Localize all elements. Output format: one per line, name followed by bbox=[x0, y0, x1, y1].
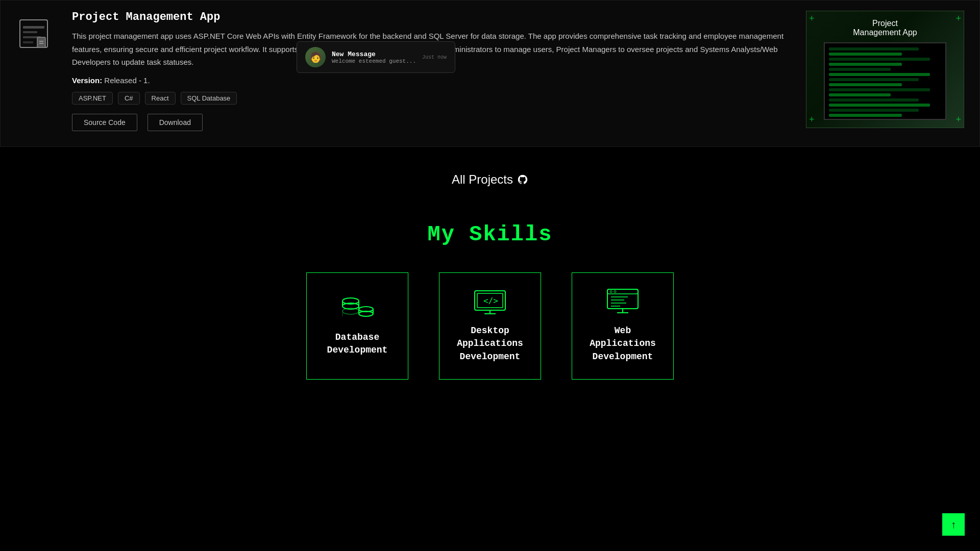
database-icon bbox=[339, 295, 375, 323]
skills-title: My Skills bbox=[0, 222, 980, 247]
skills-grid: DatabaseDevelopment </> DesktopApplicati… bbox=[0, 272, 980, 380]
github-icon bbox=[517, 174, 528, 185]
skill-card-desktop: </> DesktopApplicationsDevelopment bbox=[439, 272, 541, 380]
code-line-8 bbox=[829, 83, 902, 86]
tag-react: React bbox=[145, 92, 176, 105]
code-line-4 bbox=[829, 63, 902, 66]
code-line-12 bbox=[829, 104, 930, 107]
all-projects-label: All Projects bbox=[452, 172, 513, 187]
project-icon bbox=[16, 16, 52, 54]
scroll-to-top-button[interactable]: ↑ bbox=[942, 513, 965, 536]
skill-label-web: WebApplicationsDevelopment bbox=[590, 324, 656, 363]
project-image-title: ProjectManagement App bbox=[853, 19, 917, 37]
corner-tr: + bbox=[955, 14, 961, 24]
corner-tl: + bbox=[809, 14, 815, 24]
code-line-14 bbox=[829, 114, 902, 117]
project-title: Project Management App bbox=[72, 11, 786, 23]
corner-br: + bbox=[955, 115, 961, 125]
code-line-6 bbox=[829, 73, 930, 76]
toast-title: New Message bbox=[332, 51, 416, 58]
code-line-13 bbox=[829, 109, 919, 112]
code-line-5 bbox=[829, 68, 891, 71]
project-card: Project Management App This project mana… bbox=[0, 0, 980, 147]
code-line-7 bbox=[829, 78, 919, 81]
code-line-3 bbox=[829, 58, 930, 61]
version-value: Released - 1. bbox=[104, 76, 150, 85]
svg-rect-1 bbox=[23, 26, 44, 29]
project-image-screen bbox=[824, 42, 946, 120]
code-line-9 bbox=[829, 88, 930, 91]
tag-aspnet: ASP.NET bbox=[72, 92, 113, 105]
svg-point-29 bbox=[614, 291, 616, 293]
tag-sql: SQL Database bbox=[181, 92, 237, 105]
project-actions: Source Code Download bbox=[72, 114, 786, 131]
svg-rect-5 bbox=[37, 37, 45, 47]
toast-notification: 🧑 New Message Welcome esteemed guest... … bbox=[297, 41, 455, 73]
toast-time: Just now bbox=[422, 55, 447, 60]
code-lines bbox=[825, 43, 945, 120]
all-projects-title[interactable]: All Projects bbox=[452, 172, 528, 187]
project-image-panel: + + ProjectManagement App bbox=[806, 11, 964, 128]
skill-card-database: DatabaseDevelopment bbox=[306, 272, 408, 380]
code-line-10 bbox=[829, 93, 891, 96]
skill-label-database: DatabaseDevelopment bbox=[327, 331, 388, 357]
tags-container: ASP.NET C# React SQL Database bbox=[72, 92, 786, 105]
version-label: Version: bbox=[72, 76, 102, 85]
code-line-1 bbox=[829, 47, 919, 51]
svg-rect-2 bbox=[23, 31, 37, 33]
skill-card-web: WebApplicationsDevelopment bbox=[572, 272, 674, 380]
skills-section: My Skills DatabaseDev bbox=[0, 202, 980, 410]
code-line-2 bbox=[829, 53, 902, 56]
all-projects-section: All Projects bbox=[0, 147, 980, 202]
download-button[interactable]: Download bbox=[148, 114, 203, 131]
project-version: Version: Released - 1. bbox=[72, 76, 786, 85]
corner-bl: + bbox=[809, 115, 815, 125]
code-line-11 bbox=[829, 98, 919, 102]
web-icon bbox=[605, 288, 641, 316]
svg-point-28 bbox=[610, 291, 612, 293]
svg-text:</>: </> bbox=[483, 296, 498, 306]
source-code-button[interactable]: Source Code bbox=[72, 114, 137, 131]
toast-content: New Message Welcome esteemed guest... bbox=[332, 51, 416, 64]
toast-avatar: 🧑 bbox=[305, 47, 326, 67]
toast-subtitle: Welcome esteemed guest... bbox=[332, 58, 416, 64]
svg-rect-4 bbox=[23, 41, 33, 43]
tag-csharp: C# bbox=[118, 92, 140, 105]
desktop-icon: </> bbox=[472, 288, 508, 316]
skill-label-desktop: DesktopApplicationsDevelopment bbox=[457, 324, 523, 363]
code-line-15 bbox=[829, 119, 891, 120]
